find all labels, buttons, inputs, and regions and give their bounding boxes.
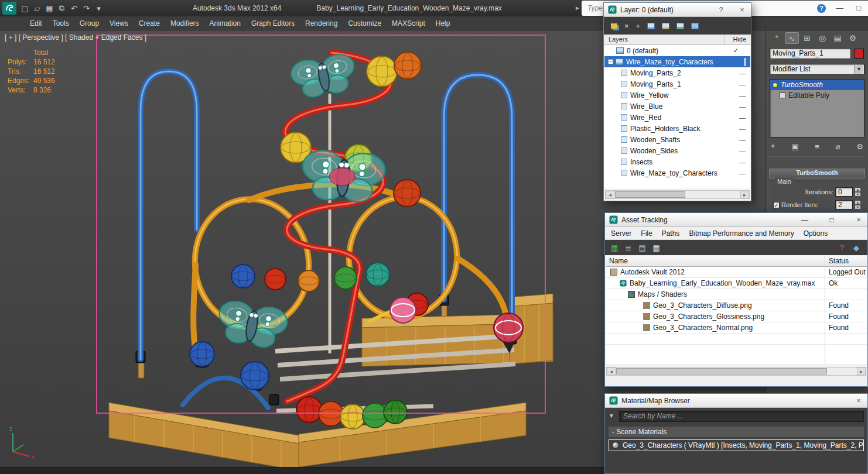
open-file-icon[interactable]: ▱ (31, 4, 43, 13)
turbosmooth-rollout-header[interactable]: TurboSmooth (769, 169, 865, 178)
hide-cell-dash[interactable]: — (739, 170, 746, 177)
asset-filter-icon[interactable]: ◆ (853, 243, 859, 252)
modifier-stack-editable-poly[interactable]: Editable Poly (770, 90, 864, 101)
max-logo[interactable] (0, 0, 19, 16)
asset-menu-bitmap-performance[interactable]: Bitmap Performance and Memory (689, 229, 794, 238)
layer-list-hscrollbar[interactable]: ◄ ► (605, 190, 750, 199)
hide-cell-dash[interactable]: — (739, 81, 746, 88)
asset-close-icon[interactable]: × (854, 216, 863, 224)
hide-cell-dash[interactable]: — (739, 147, 746, 154)
asset-row-normal-map[interactable]: Geo_3_Characters_Normal.png Found (606, 322, 867, 334)
hide-unhide-layer-icon[interactable] (676, 23, 684, 29)
scroll-thumb[interactable] (616, 368, 827, 375)
scroll-thumb[interactable] (615, 191, 685, 198)
layer-object-row[interactable]: Wire_Blue — (604, 101, 750, 112)
hide-cell-dash[interactable]: — (739, 136, 746, 143)
asset-row-diffuse-map[interactable]: Geo_3_Characters_Diffuse.png Found (606, 300, 867, 311)
asset-help-icon[interactable]: ? (840, 243, 844, 252)
name-column-header[interactable]: Name (609, 257, 628, 265)
utilities-tab-icon[interactable]: ⚙ (846, 32, 860, 44)
menu-group[interactable]: Group (74, 16, 104, 30)
hide-cell-dash[interactable]: — (739, 125, 746, 132)
render-iters-field[interactable]: 2 (835, 200, 853, 209)
asset-row-glossiness-map[interactable]: Geo_3_Characters_Glossiness.png Found (606, 311, 867, 322)
layer-object-row[interactable]: Wire_Maze_toy_Characters — (604, 167, 750, 178)
layer-object-row[interactable]: Moving_Parts_2 — (604, 67, 750, 78)
pin-stack-icon[interactable]: ⌖ (771, 142, 775, 151)
scroll-right-icon[interactable]: ► (857, 367, 866, 375)
menu-edit[interactable]: Edit (25, 16, 47, 30)
layer-object-row[interactable]: Wooden_Shafts — (604, 134, 750, 145)
hierarchy-tab-icon[interactable]: ⊞ (800, 32, 814, 44)
layer-dialog-titlebar[interactable]: Layer: 0 (default) ? × (604, 3, 751, 17)
material-search-input[interactable]: Search by Name ... (619, 411, 864, 422)
hide-cell-dash[interactable]: — (739, 92, 746, 99)
menu-views[interactable]: Views (104, 16, 134, 30)
modifier-list-dropdown[interactable]: Modifier List ▼ (770, 64, 864, 75)
material-browser-titlebar[interactable]: Material/Map Browser × (605, 394, 867, 408)
details-table-icon[interactable]: ▦ (653, 243, 660, 252)
material-entry-geo3characters[interactable]: Geo_3_Characters ( VRayMtl ) [Insects, M… (609, 439, 864, 451)
menu-help[interactable]: Help (430, 16, 456, 30)
object-color-swatch[interactable] (854, 49, 864, 59)
asset-row-max-file[interactable]: Baby_Learning_Early_Education_Wooden_Maz… (606, 278, 867, 289)
scroll-left-icon[interactable]: ◄ (607, 367, 616, 375)
menu-customize[interactable]: Customize (343, 16, 387, 30)
menu-graph-editors[interactable]: Graph Editors (246, 16, 300, 30)
menu-maxscript[interactable]: MAXScript (387, 16, 430, 30)
infocenter-expand-icon[interactable]: ► (575, 5, 580, 11)
menu-tools[interactable]: Tools (47, 16, 74, 30)
layer-row-wire-maze-toy-characters[interactable]: − Wire_Maze_toy_Characters (604, 56, 750, 67)
infocenter-search-input[interactable]: Type (587, 4, 603, 12)
hide-column-header[interactable]: Hide (733, 36, 746, 43)
add-to-layer-icon[interactable]: + (636, 22, 641, 30)
layers-column-header[interactable]: Layers (609, 36, 628, 43)
undo-icon[interactable]: ↶ (68, 4, 80, 13)
help-icon[interactable]: ? (817, 4, 826, 13)
save-file-icon[interactable]: ▦ (43, 4, 56, 13)
layer-object-row[interactable]: Wire_Yellow — (604, 90, 750, 101)
asset-hscrollbar[interactable]: ◄ ► (606, 367, 866, 376)
scroll-right-icon[interactable]: ► (740, 191, 749, 198)
modifier-enabled-icon[interactable] (773, 83, 778, 88)
modify-tab-icon[interactable]: ∿ (785, 32, 799, 44)
render-iters-spinner[interactable]: ▲▼ (855, 200, 861, 209)
menu-create[interactable]: Create (134, 16, 165, 30)
asset-row-vault[interactable]: Autodesk Vault 2012 Logged Out (606, 267, 867, 278)
asset-menu-paths[interactable]: Paths (662, 229, 680, 238)
viewport-label[interactable]: [ + ] [ Perspective ] [ Shaded + Edged F… (5, 33, 146, 42)
create-tab-icon[interactable]: * (770, 32, 784, 44)
iterations-spinner[interactable]: ▲▼ (855, 187, 861, 197)
select-highlighted-layer-icon[interactable] (647, 23, 655, 29)
menu-modifiers[interactable]: Modifiers (165, 16, 204, 30)
make-unique-icon[interactable]: ≡ (815, 142, 819, 151)
current-layer-check-icon[interactable]: ✓ (733, 47, 739, 54)
filter-funnel-icon[interactable]: ▼ (609, 413, 614, 419)
menu-rendering[interactable]: Rendering (300, 16, 343, 30)
object-name-field[interactable]: Moving_Parts_1 (770, 48, 851, 59)
asset-maximize-icon[interactable]: □ (827, 216, 836, 224)
motion-tab-icon[interactable]: ◎ (815, 32, 829, 44)
scene-materials-section-header[interactable]: - Scene Materials (609, 427, 864, 437)
asset-menu-file[interactable]: File (641, 229, 652, 238)
layer-object-row[interactable]: Insects — (604, 156, 750, 167)
asset-row-maps-shaders[interactable]: Maps / Shaders (606, 289, 867, 300)
layer-row-default[interactable]: 0 (default) ✓ (604, 45, 750, 56)
new-layer-icon[interactable] (611, 23, 617, 29)
layer-object-row[interactable]: Plastic_Holders_Black — (604, 123, 750, 134)
maximize-button[interactable]: □ (856, 4, 861, 12)
hide-cell-box[interactable] (744, 59, 746, 66)
layer-object-row[interactable]: Wooden_Sides — (604, 145, 750, 156)
delete-layer-icon[interactable]: × (624, 22, 629, 30)
asset-tracking-titlebar[interactable]: Asset Tracking — □ × (605, 213, 867, 227)
hide-cell-dash[interactable]: — (739, 103, 746, 110)
status-column-header[interactable]: Status (829, 257, 849, 265)
redo-icon[interactable]: ↷ (80, 4, 93, 13)
toolbar-caret-icon[interactable]: ▾ (93, 4, 105, 13)
collapse-expander-icon[interactable]: − (608, 59, 613, 64)
iterations-field[interactable]: 0 (835, 187, 853, 197)
material-browser-close-icon[interactable]: × (854, 397, 863, 405)
menu-animation[interactable]: Animation (204, 16, 246, 30)
list-view-icon[interactable]: ≣ (625, 243, 631, 252)
new-scene-icon[interactable]: ▢ (19, 4, 31, 13)
